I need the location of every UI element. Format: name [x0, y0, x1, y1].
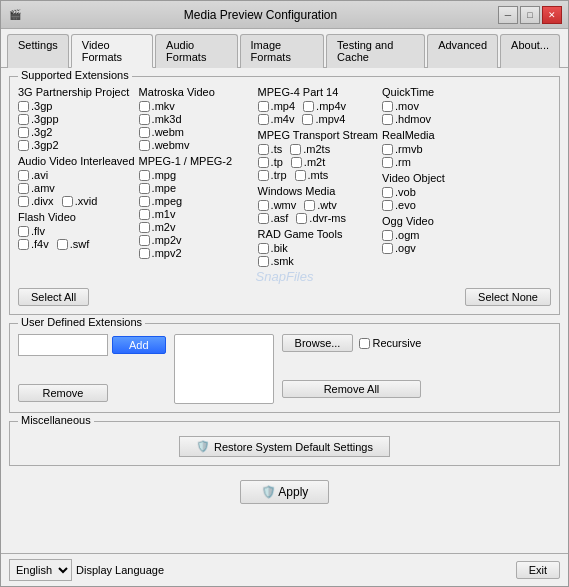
exit-button[interactable]: Exit [516, 561, 560, 579]
checkbox-m1v[interactable] [139, 209, 150, 220]
recursive-label: Recursive [372, 337, 421, 349]
user-defined-label: User Defined Extensions [18, 316, 145, 328]
tab-testing-cache[interactable]: Testing and Cache [326, 34, 425, 68]
checkbox-evo[interactable] [382, 200, 393, 211]
list-item: .evo [382, 199, 497, 211]
select-all-button[interactable]: Select All [18, 288, 89, 306]
tab-audio-formats[interactable]: Audio Formats [155, 34, 237, 68]
checkbox-3gp[interactable] [18, 101, 29, 112]
checkbox-vob[interactable] [382, 187, 393, 198]
tab-advanced[interactable]: Advanced [427, 34, 498, 68]
checkbox-tp[interactable] [258, 157, 269, 168]
titlebar-buttons: ─ □ ✕ [498, 6, 562, 24]
group-avi-label: Audio Video Interleaved [18, 155, 135, 167]
checkbox-mp4[interactable] [258, 101, 269, 112]
list-item: .m4v .mpv4 [258, 113, 378, 125]
checkbox-3g2[interactable] [18, 127, 29, 138]
list-item: .avi [18, 169, 135, 181]
checkbox-dvr-ms[interactable] [296, 213, 307, 224]
checkbox-rmvb[interactable] [382, 144, 393, 155]
checkbox-mpe[interactable] [139, 183, 150, 194]
checkbox-m2v[interactable] [139, 222, 150, 233]
checkbox-3gp2[interactable] [18, 140, 29, 151]
list-item: .vob [382, 186, 497, 198]
add-button[interactable]: Add [112, 336, 166, 354]
checkbox-mp2v[interactable] [139, 235, 150, 246]
list-item: .3gpp [18, 113, 135, 125]
list-item: .webmv [139, 139, 254, 151]
user-ext-input[interactable] [18, 334, 108, 356]
checkbox-trp[interactable] [258, 170, 269, 181]
checkbox-mpv2[interactable] [139, 248, 150, 259]
language-select[interactable]: English [9, 559, 72, 581]
user-ext-listbox[interactable] [174, 334, 274, 404]
checkbox-webmv[interactable] [139, 140, 150, 151]
recursive-row: Recursive [359, 337, 421, 349]
list-item: .mov [382, 100, 497, 112]
tab-about[interactable]: About... [500, 34, 560, 68]
checkbox-ogv[interactable] [382, 243, 393, 254]
checkbox-mpv4[interactable] [302, 114, 313, 125]
tab-settings[interactable]: Settings [7, 34, 69, 68]
checkbox-flv[interactable] [18, 226, 29, 237]
checkbox-ogm[interactable] [382, 230, 393, 241]
checkbox-m4v[interactable] [258, 114, 269, 125]
list-item: .tp .m2t [258, 156, 378, 168]
list-item: .3gp2 [18, 139, 135, 151]
checkbox-wmv[interactable] [258, 200, 269, 211]
checkbox-rm[interactable] [382, 157, 393, 168]
checkbox-m2t[interactable] [291, 157, 302, 168]
miscellaneous-group: Miscellaneous 🛡️ Restore System Default … [9, 421, 560, 466]
list-item: .mp2v [139, 234, 254, 246]
checkbox-mts[interactable] [295, 170, 306, 181]
restore-label: Restore System Default Settings [214, 441, 373, 453]
checkbox-swf[interactable] [57, 239, 68, 250]
checkbox-ts[interactable] [258, 144, 269, 155]
apply-label: Apply [278, 485, 308, 499]
checkbox-hdmov[interactable] [382, 114, 393, 125]
tab-video-formats[interactable]: Video Formats [71, 34, 153, 68]
checkbox-asf[interactable] [258, 213, 269, 224]
checkbox-mk3d[interactable] [139, 114, 150, 125]
checkbox-f4v[interactable] [18, 239, 29, 250]
list-item: .trp .mts [258, 169, 378, 181]
list-item: .f4v .swf [18, 238, 135, 250]
maximize-button[interactable]: □ [520, 6, 540, 24]
user-input-row: Add [18, 334, 166, 356]
tabs-bar: Settings Video Formats Audio Formats Ima… [1, 29, 568, 68]
restore-button[interactable]: 🛡️ Restore System Default Settings [179, 436, 390, 457]
checkbox-3gpp[interactable] [18, 114, 29, 125]
apply-button[interactable]: 🛡️ Apply [240, 480, 330, 504]
ext-col-1: 3G Partnership Project .3gp .3gpp .3g2 .… [18, 83, 135, 267]
user-defined-area: Add Remove Browse... Recursive Remove Al… [18, 334, 551, 404]
tab-image-formats[interactable]: Image Formats [240, 34, 325, 68]
list-item: .m1v [139, 208, 254, 220]
browse-button[interactable]: Browse... [282, 334, 354, 352]
checkbox-mov[interactable] [382, 101, 393, 112]
checkbox-mpeg[interactable] [139, 196, 150, 207]
checkbox-divx[interactable] [18, 196, 29, 207]
checkbox-mkv[interactable] [139, 101, 150, 112]
group-mpts-label: MPEG Transport Stream [258, 129, 378, 141]
close-button[interactable]: ✕ [542, 6, 562, 24]
checkbox-amv[interactable] [18, 183, 29, 194]
list-item: .mk3d [139, 113, 254, 125]
group-flash-label: Flash Video [18, 211, 135, 223]
checkbox-mp4v[interactable] [303, 101, 314, 112]
checkbox-mpg[interactable] [139, 170, 150, 181]
group-mkv-label: Matroska Video [139, 86, 254, 98]
select-none-button[interactable]: Select None [465, 288, 551, 306]
minimize-button[interactable]: ─ [498, 6, 518, 24]
checkbox-avi[interactable] [18, 170, 29, 181]
recursive-checkbox[interactable] [359, 338, 370, 349]
remove-all-button[interactable]: Remove All [282, 380, 422, 398]
checkbox-smk[interactable] [258, 256, 269, 267]
ext-col-3: MPEG-4 Part 14 .mp4 .mp4v .m4v .mpv4 MPE… [258, 83, 378, 267]
remove-button[interactable]: Remove [18, 384, 108, 402]
checkbox-webm[interactable] [139, 127, 150, 138]
list-item: .mkv [139, 100, 254, 112]
checkbox-m2ts[interactable] [290, 144, 301, 155]
checkbox-xvid[interactable] [62, 196, 73, 207]
checkbox-bik[interactable] [258, 243, 269, 254]
checkbox-wtv[interactable] [304, 200, 315, 211]
